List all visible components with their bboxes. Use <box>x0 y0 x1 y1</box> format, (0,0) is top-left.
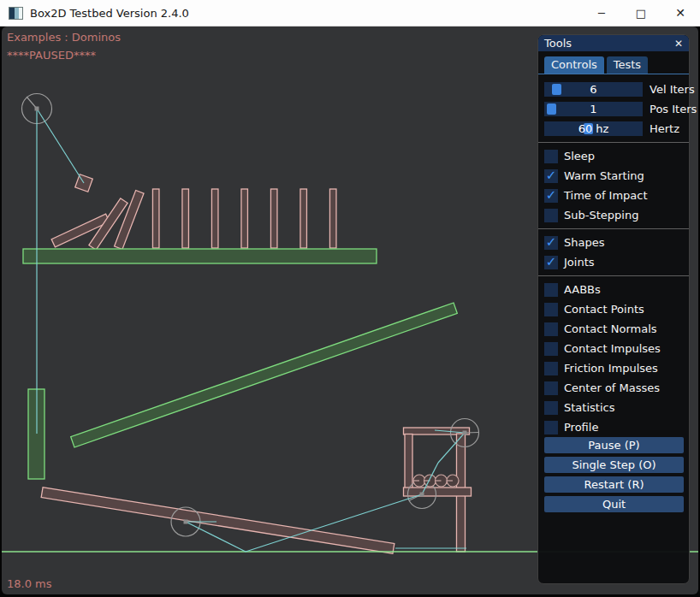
checkbox-box[interactable]: ✓ <box>544 256 558 269</box>
platform <box>23 249 377 263</box>
checkbox-box[interactable] <box>544 401 558 415</box>
checkbox-label: Shapes <box>564 236 604 249</box>
checkbox-label: AABBs <box>564 283 601 296</box>
button-quit[interactable]: Quit <box>544 496 684 512</box>
panel-body: 6Vel Iters1Pos Iters60 hzHertzSleep✓Warm… <box>538 74 689 512</box>
checkbox-box[interactable] <box>544 362 558 375</box>
slider-vel-iters[interactable]: 6Vel Iters <box>544 80 683 99</box>
standing-domino <box>300 189 307 248</box>
checkbox-label: Joints <box>564 256 595 269</box>
checkbox-time-of-impact[interactable]: ✓Time of Impact <box>544 186 683 205</box>
fallen-domino <box>115 191 144 250</box>
joint-line <box>37 109 84 183</box>
cradle-left-post <box>405 434 412 491</box>
slider-track[interactable]: 1 <box>544 102 643 116</box>
button-pause-p[interactable]: Pause (P) <box>544 437 684 453</box>
checkbox-label: Contact Impulses <box>564 342 661 355</box>
checkbox-contact-normals[interactable]: Contact Normals <box>544 319 683 339</box>
tools-panel-header[interactable]: Tools ✕ <box>538 35 689 51</box>
slider-label: Pos Iters <box>650 103 697 115</box>
example-label: Examples : Dominos <box>7 31 121 44</box>
slider-hertz[interactable]: 60 hzHertz <box>544 119 683 139</box>
checkbox-label: Sub-Stepping <box>564 209 638 222</box>
checkbox-aabbs[interactable]: AABBs <box>544 280 683 299</box>
slider-label: Hertz <box>650 122 679 135</box>
checkbox-label: Contact Normals <box>564 322 657 335</box>
checkbox-box[interactable] <box>544 322 558 336</box>
checkbox-label: Warm Starting <box>564 169 644 182</box>
maximize-button[interactable]: □ <box>621 0 661 27</box>
checkbox-box[interactable]: ✓ <box>544 169 558 183</box>
checkbox-box[interactable] <box>544 283 558 297</box>
slider-value: 60 hz <box>544 121 643 136</box>
checkbox-contact-points[interactable]: Contact Points <box>544 299 683 319</box>
body-origin-dot <box>420 493 424 497</box>
paused-status: ****PAUSED**** <box>7 49 96 62</box>
checkbox-sleep[interactable]: Sleep <box>544 146 683 166</box>
checkbox-label: Center of Masses <box>564 381 660 394</box>
checkbox-warm-starting[interactable]: ✓Warm Starting <box>544 166 683 186</box>
separator <box>538 228 689 229</box>
checkbox-center-of-masses[interactable]: Center of Masses <box>544 378 683 398</box>
standing-domino <box>152 189 159 248</box>
checkbox-box[interactable] <box>544 150 558 163</box>
checkbox-box[interactable] <box>544 209 558 222</box>
window-controls: ─□✕ <box>582 0 700 27</box>
checkbox-shapes[interactable]: ✓Shapes <box>544 233 683 252</box>
checkbox-label: Statistics <box>564 401 614 414</box>
checkbox-sub-stepping[interactable]: Sub-Stepping <box>544 205 683 225</box>
tab-controls[interactable]: Controls <box>544 56 604 74</box>
checkbox-box[interactable] <box>544 421 558 434</box>
app-window: Box2D Testbed Version 2.4.0 ─□✕ Examples… <box>0 0 700 597</box>
slider-value: 1 <box>544 102 643 116</box>
scene-area: Examples : Dominos ****PAUSED**** 18.0 m… <box>2 27 698 594</box>
checkbox-box[interactable]: ✓ <box>544 189 558 203</box>
standing-domino <box>329 189 336 248</box>
separator <box>538 275 689 276</box>
standing-domino <box>182 189 189 248</box>
checkbox-box[interactable] <box>544 381 558 395</box>
button-restart-r[interactable]: Restart (R) <box>544 476 684 493</box>
standing-domino <box>211 189 218 248</box>
checkbox-joints[interactable]: ✓Joints <box>544 252 683 272</box>
body-origin-dot <box>463 431 467 435</box>
slider-value: 6 <box>544 82 643 97</box>
checkbox-profile[interactable]: Profile <box>544 417 683 437</box>
slider-pos-iters[interactable]: 1Pos Iters <box>544 99 683 119</box>
body-origin-dot <box>184 520 188 524</box>
checkbox-label: Sleep <box>564 150 595 163</box>
checkbox-label: Friction Impulses <box>564 362 658 375</box>
checkbox-statistics[interactable]: Statistics <box>544 398 683 417</box>
tabbar: ControlsTests <box>538 51 689 74</box>
checkbox-label: Time of Impact <box>564 189 648 202</box>
app-icon <box>9 7 23 20</box>
cradle-shelf <box>404 488 472 496</box>
button-single-step-o[interactable]: Single Step (O) <box>544 457 684 473</box>
body-origin-dot <box>35 107 39 111</box>
titlebar: Box2D Testbed Version 2.4.0 ─□✕ <box>0 0 700 27</box>
tab-tests[interactable]: Tests <box>607 56 648 74</box>
frame-time-label: 18.0 ms <box>7 577 52 590</box>
close-button[interactable]: ✕ <box>661 0 700 27</box>
tools-panel: Tools ✕ ControlsTests 6Vel Iters1Pos Ite… <box>537 34 690 584</box>
checkbox-label: Contact Points <box>564 303 644 316</box>
checkbox-box[interactable] <box>544 303 558 316</box>
checkbox-box[interactable]: ✓ <box>544 236 558 250</box>
checkbox-friction-impulses[interactable]: Friction Impulses <box>544 358 683 378</box>
separator <box>538 142 689 143</box>
close-icon[interactable]: ✕ <box>674 38 683 49</box>
slider-label: Vel Iters <box>650 83 695 96</box>
slider-track[interactable]: 60 hz <box>544 121 643 136</box>
standing-domino <box>241 189 248 248</box>
standing-domino <box>270 189 277 248</box>
ramp <box>71 303 458 447</box>
checkbox-label: Profile <box>564 421 598 434</box>
tools-panel-title: Tools <box>544 37 572 50</box>
checkbox-contact-impulses[interactable]: Contact Impulses <box>544 339 683 358</box>
checkbox-box[interactable] <box>544 342 558 356</box>
minimize-button[interactable]: ─ <box>582 0 621 27</box>
slider-track[interactable]: 6 <box>544 82 643 97</box>
window-title: Box2D Testbed Version 2.4.0 <box>30 7 189 20</box>
